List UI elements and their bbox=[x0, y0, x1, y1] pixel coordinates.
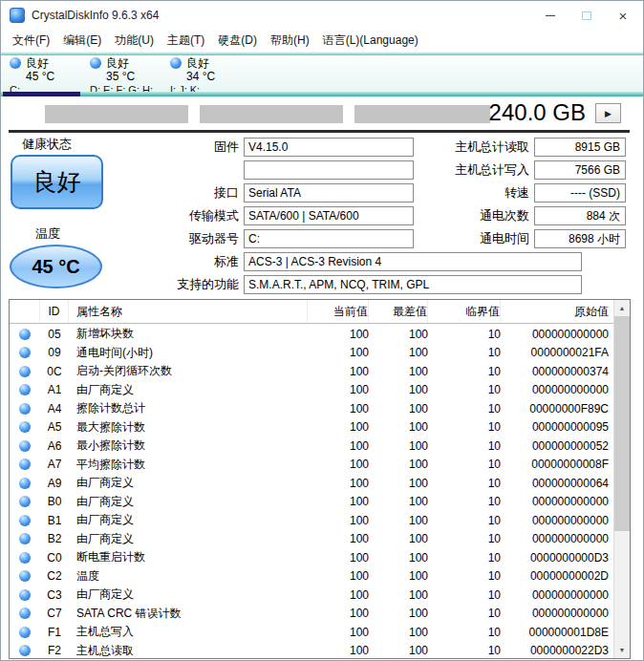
cell-attribute-name: 由厂商定义 bbox=[69, 531, 308, 547]
smart-row[interactable]: 05新增坏块数10010010000000000000 bbox=[10, 325, 613, 344]
menu-help[interactable]: 帮助(H) bbox=[264, 29, 316, 53]
field-label: 支持的功能 bbox=[114, 276, 244, 293]
cell-raw-value: 00000000002D bbox=[501, 569, 613, 583]
status-dot-icon bbox=[19, 403, 31, 415]
cell-threshold: 10 bbox=[428, 569, 501, 583]
cell-id: A6 bbox=[40, 439, 69, 453]
maximize-button[interactable] bbox=[569, 1, 605, 30]
cell-threshold: 10 bbox=[428, 644, 501, 657]
cell-attribute-name: 通电时间(小时) bbox=[69, 345, 308, 361]
menu-disk[interactable]: 硬盘(D) bbox=[211, 29, 264, 53]
status-dot-cell bbox=[10, 533, 40, 544]
scroll-thumb[interactable] bbox=[614, 316, 630, 531]
smart-row[interactable]: B2由厂商定义10010010000000000000 bbox=[10, 530, 613, 549]
cell-worst-value: 100 bbox=[369, 402, 428, 416]
smart-table-header: ID 属性名称 当前值 最差值 临界值 原始值 bbox=[10, 300, 630, 324]
smart-row[interactable]: A9由厂商定义10010010000000000064 bbox=[10, 474, 613, 493]
smart-row[interactable]: F2主机总读取100100100000000022D3 bbox=[10, 642, 613, 659]
smart-row[interactable]: A7平均擦除计数1001001000000000008F bbox=[10, 456, 613, 475]
field-label: 标准 bbox=[114, 253, 244, 270]
smart-row[interactable]: 09通电时间(小时)100100100000000021FA bbox=[10, 344, 613, 363]
status-dot-icon bbox=[19, 496, 31, 507]
status-dot-cell bbox=[10, 608, 40, 619]
drive-tab-1[interactable]: 良好35 °CD: E: F: G: H: bbox=[83, 55, 163, 92]
smart-row[interactable]: A6最小擦除计数10010010000000000052 bbox=[10, 437, 613, 456]
scroll-up-button[interactable]: ▲ bbox=[614, 300, 630, 316]
cell-id: B2 bbox=[40, 532, 69, 545]
cell-worst-value: 100 bbox=[369, 607, 428, 620]
scroll-down-button[interactable]: ▼ bbox=[614, 642, 630, 658]
status-dot-icon bbox=[19, 478, 31, 489]
cell-worst-value: 100 bbox=[369, 420, 428, 434]
cell-current-value: 100 bbox=[308, 439, 369, 453]
minimize-button[interactable] bbox=[532, 1, 569, 30]
drive-tab-2[interactable]: 良好34 °CI: J: K: bbox=[163, 55, 244, 92]
cell-raw-value: 000000000374 bbox=[501, 365, 613, 378]
cell-current-value: 100 bbox=[308, 626, 369, 639]
menu-function[interactable]: 功能(U) bbox=[108, 29, 161, 53]
field-value: S.M.A.R.T., APM, NCQ, TRIM, GPL bbox=[244, 275, 582, 294]
cell-raw-value: 000000000000 bbox=[501, 607, 613, 620]
cell-worst-value: 100 bbox=[369, 569, 428, 583]
app-window: CrystalDiskInfo 9.6.3 x64 × 文件(F)编辑(E)功能… bbox=[0, 0, 644, 661]
cell-threshold: 10 bbox=[428, 328, 501, 341]
smart-row[interactable]: F1主机总写入10010010000000001D8E bbox=[10, 623, 613, 642]
cell-worst-value: 100 bbox=[369, 477, 428, 490]
cell-current-value: 100 bbox=[308, 588, 369, 602]
arrow-up-icon: ▲ bbox=[619, 305, 626, 311]
cell-raw-value: 0000000021FA bbox=[501, 346, 613, 359]
menu-language[interactable]: 语言(L)(Language) bbox=[316, 29, 425, 53]
cell-id: C0 bbox=[40, 551, 69, 565]
cell-raw-value: 000000000000 bbox=[501, 383, 613, 396]
temperature-label: 温度 bbox=[35, 225, 60, 243]
smart-row[interactable]: C0断电重启计数100100100000000000D3 bbox=[10, 548, 613, 567]
stat-label: 转速 bbox=[419, 184, 534, 202]
status-dot-icon bbox=[19, 458, 31, 470]
cell-worst-value: 100 bbox=[369, 458, 428, 471]
status-dot-icon bbox=[19, 366, 31, 377]
smart-row[interactable]: 0C启动-关闭循环次数10010010000000000374 bbox=[10, 362, 613, 381]
tab-health-status: 良好 bbox=[106, 55, 129, 72]
cell-raw-value: 000000000000 bbox=[501, 495, 613, 508]
stat-value: 8915 GB bbox=[534, 138, 626, 157]
cell-current-value: 100 bbox=[308, 365, 369, 378]
menu-bar: 文件(F)编辑(E)功能(U)主题(T)硬盘(D)帮助(H)语言(L)(Lang… bbox=[1, 30, 643, 52]
smart-row[interactable]: C3由厂商定义10010010000000000000 bbox=[10, 586, 613, 605]
cell-raw-value: 000000000000 bbox=[501, 588, 613, 602]
menu-theme[interactable]: 主题(T) bbox=[161, 29, 211, 53]
redacted-model-block bbox=[45, 105, 188, 123]
drive-tab-0[interactable]: 良好45 °CC: bbox=[3, 55, 83, 92]
smart-row[interactable]: B0由厂商定义10010010000000000000 bbox=[10, 493, 613, 512]
smart-row[interactable]: A1由厂商定义10010010000000000000 bbox=[10, 381, 613, 400]
status-dot-cell bbox=[10, 403, 40, 415]
smart-row[interactable]: A4擦除计数总计1001001000000000F89C bbox=[10, 399, 613, 418]
stat-row: 通电次数884 次 bbox=[419, 204, 632, 227]
smart-row[interactable]: C2温度1001001000000000002D bbox=[10, 567, 613, 586]
stat-row: 通电时间8698 小时 bbox=[419, 227, 632, 250]
cell-threshold: 10 bbox=[428, 383, 501, 396]
main-panel: 240.0 GB ▶ 健康状态 良好 温度 45 °C 固件V4.15.0接口S… bbox=[1, 96, 643, 660]
status-dot-cell bbox=[10, 329, 40, 340]
cell-attribute-name: 由厂商定义 bbox=[69, 586, 308, 603]
health-sphere-icon bbox=[170, 57, 182, 69]
table-scrollbar[interactable]: ▲ ▼ bbox=[613, 300, 630, 658]
cell-threshold: 10 bbox=[428, 588, 501, 602]
smart-row[interactable]: B1由厂商定义10010010000000000000 bbox=[10, 511, 613, 530]
cell-threshold: 10 bbox=[428, 551, 501, 565]
smart-row[interactable]: C7SATA CRC 错误计数10010010000000000000 bbox=[10, 605, 613, 624]
status-dot-icon bbox=[19, 533, 31, 544]
tab-health-status: 良好 bbox=[26, 55, 49, 72]
stat-value: ---- (SSD) bbox=[534, 183, 626, 203]
status-dot-cell bbox=[10, 458, 40, 470]
menu-file[interactable]: 文件(F) bbox=[6, 29, 56, 53]
cell-attribute-name: 由厂商定义 bbox=[69, 475, 308, 491]
status-dot-cell bbox=[10, 570, 40, 582]
stat-label: 主机总计写入 bbox=[419, 161, 534, 179]
health-status-label: 健康状态 bbox=[22, 136, 72, 153]
status-dot-icon bbox=[19, 384, 31, 395]
close-button[interactable]: × bbox=[605, 1, 641, 30]
cell-attribute-name: 最小擦除计数 bbox=[69, 437, 308, 454]
smart-row[interactable]: A5最大擦除计数10010010000000000095 bbox=[10, 418, 613, 437]
menu-edit[interactable]: 编辑(E) bbox=[56, 29, 108, 53]
next-drive-button[interactable]: ▶ bbox=[595, 103, 621, 123]
